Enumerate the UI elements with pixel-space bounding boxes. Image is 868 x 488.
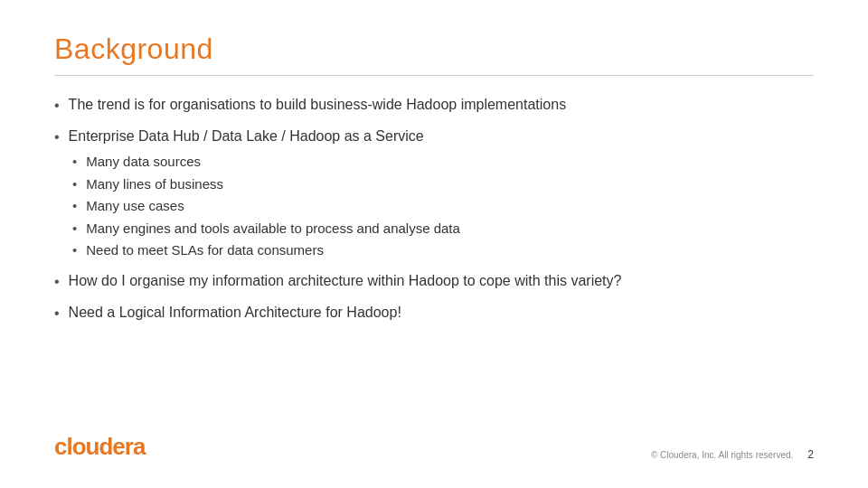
sub-bullet-text: Many engines and tools available to proc… (86, 219, 460, 239)
sub-bullet-text: Need to meet SLAs for data consumers (86, 240, 324, 261)
list-item: • Many data sources (72, 152, 814, 173)
list-item: • Many use cases (72, 196, 814, 217)
bullet-dot: • (54, 271, 60, 293)
sub-bullet-text: Many lines of business (86, 174, 223, 195)
footer-right: © Cloudera, Inc. All rights reserved. 2 (651, 448, 814, 461)
list-item: • Many lines of business (72, 174, 814, 195)
list-item: • Need to meet SLAs for data consumers (72, 240, 814, 261)
title-divider (54, 75, 814, 76)
list-item: • Many engines and tools available to pr… (72, 219, 814, 239)
sub-bullet-dot: • (72, 240, 77, 261)
sub-bullet-dot: • (72, 174, 77, 195)
slide: Background • The trend is for organisati… (0, 0, 868, 488)
bullet-text: The trend is for organisations to build … (69, 94, 567, 116)
bullet-text: How do I organise my information archite… (69, 270, 622, 292)
bullet-dot: • (54, 127, 60, 148)
sub-bullet-dot: • (72, 152, 77, 173)
sub-bullet-dot: • (72, 219, 77, 239)
slide-title: Background (54, 33, 814, 66)
list-item: • Need a Logical Information Architectur… (54, 302, 814, 324)
sub-bullet-text: Many data sources (86, 152, 201, 173)
list-item: • The trend is for organisations to buil… (54, 94, 814, 117)
bullet-dot: • (54, 303, 60, 324)
slide-content: • The trend is for organisations to buil… (54, 94, 814, 424)
list-item: • Enterprise Data Hub / Data Lake / Hado… (54, 126, 814, 261)
bullet-text: Enterprise Data Hub / Data Lake / Hadoop… (69, 126, 424, 147)
bullet-dot: • (54, 95, 60, 117)
page-number: 2 (807, 448, 814, 461)
copyright-text: © Cloudera, Inc. All rights reserved. (651, 450, 793, 460)
slide-footer: cloudera © Cloudera, Inc. All rights res… (54, 433, 814, 461)
bullet-main: • Enterprise Data Hub / Data Lake / Hado… (54, 126, 814, 148)
list-item: • How do I organise my information archi… (54, 270, 814, 293)
sub-bullet-text: Many use cases (86, 196, 184, 217)
sub-bullet-dot: • (72, 196, 77, 217)
bullet-text: Need a Logical Information Architecture … (69, 302, 401, 324)
logo-text: cloudera (54, 433, 145, 460)
sub-bullets-list: • Many data sources • Many lines of busi… (72, 152, 814, 261)
cloudera-logo: cloudera (54, 433, 145, 461)
